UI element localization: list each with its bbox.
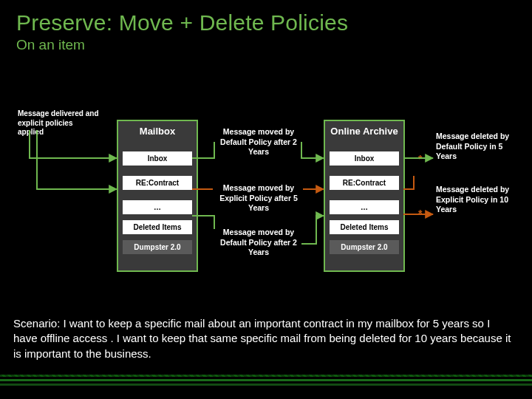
mailbox-re-contract: RE:Contract	[123, 176, 192, 190]
mailbox-dumpster: Dumpster 2.0	[123, 240, 192, 254]
caption-move-explicit-5: Message moved by Explicit Policy after 5…	[214, 183, 303, 214]
archive-deleted-items: Deleted Items	[330, 220, 399, 234]
archive-column: Online Archive Inbox RE:Contract … Delet…	[324, 120, 405, 272]
slide-subtitle: On an item	[0, 35, 532, 53]
decor-stripe	[0, 383, 532, 386]
star-icon: *	[418, 208, 422, 219]
caption-move-default-2b: Message moved by Default Policy after 2 …	[214, 228, 303, 258]
mailbox-column: Mailbox Inbox RE:Contract … Deleted Item…	[117, 120, 198, 272]
note-delete-explicit-10: Message deleted by Explicit Policy in 10…	[436, 185, 517, 215]
decor-stripe	[0, 379, 532, 381]
archive-re-contract: RE:Contract	[330, 176, 399, 190]
delivered-label: Message delivered and explicit policies …	[18, 109, 99, 137]
decor-stripe	[0, 375, 532, 377]
mailbox-ellipsis: …	[123, 200, 192, 214]
mailbox-inbox: Inbox	[123, 151, 192, 166]
archive-header: Online Archive	[329, 121, 400, 141]
scenario-text: Scenario: I want to keep a specific mail…	[13, 316, 516, 361]
star-icon: *	[418, 153, 422, 165]
note-delete-default-5: Message deleted by Default Policy in 5 Y…	[436, 132, 517, 162]
mailbox-header: Mailbox	[122, 121, 193, 141]
archive-inbox: Inbox	[330, 151, 399, 166]
mailbox-deleted-items: Deleted Items	[123, 220, 192, 234]
archive-ellipsis: …	[330, 200, 399, 214]
caption-move-default-2: Message moved by Default Policy after 2 …	[214, 127, 303, 157]
slide-title: Preserve: Move + Delete Policies	[0, 0, 532, 35]
archive-dumpster: Dumpster 2.0	[330, 240, 399, 254]
